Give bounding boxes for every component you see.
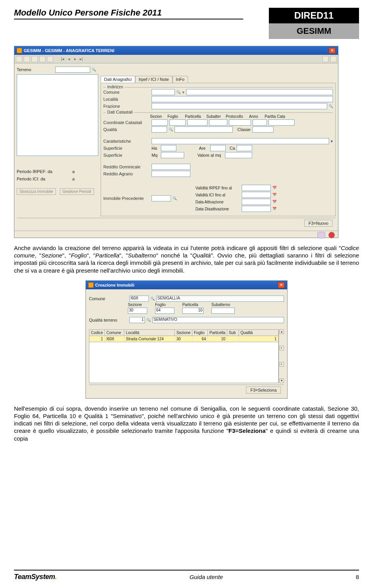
close-icon[interactable]: × <box>278 282 285 288</box>
teamsystem-logo: TeamSystem. <box>14 573 57 581</box>
terreno-code-input[interactable] <box>55 66 90 73</box>
scroll-mid2-icon[interactable]: ▪ <box>279 362 284 367</box>
th-codice: Codice <box>89 330 105 336</box>
scroll-down-icon[interactable]: ▾ <box>279 378 284 383</box>
part-input-2[interactable]: 10 <box>182 308 204 314</box>
f3-seleziona-button[interactable]: F3=Seleziona <box>246 387 281 394</box>
nav-next-icon[interactable]: ▸ <box>73 57 77 61</box>
page-number: 8 <box>356 574 359 580</box>
protocollo-input[interactable] <box>229 119 251 126</box>
nav-prev-icon[interactable]: ◂ <box>66 57 71 61</box>
window-title: GESIMM - GESIMM - ANAGRAFICA TERRENI <box>24 48 114 53</box>
fog-input-2[interactable]: 64 <box>155 308 174 314</box>
mq-input[interactable] <box>161 152 184 158</box>
reddito-dominicale-input[interactable] <box>152 164 190 170</box>
tb-extra-icon[interactable] <box>330 56 336 62</box>
tb-btn-5[interactable] <box>47 56 53 62</box>
status-bar <box>14 231 338 238</box>
reddito-agrario-label: Reddito Agrario <box>103 172 150 176</box>
calendar-icon[interactable]: 📅 <box>272 186 277 190</box>
tab-content: Indirizzo Comune🔍 ▾ Località Frazione🔍 D… <box>101 83 336 216</box>
tb-btn-2[interactable] <box>24 56 30 62</box>
tb-btn-1[interactable] <box>16 56 22 62</box>
binoculars-icon[interactable] <box>317 232 325 238</box>
tb-btn-3[interactable] <box>31 56 38 62</box>
stop-icon[interactable] <box>328 232 335 238</box>
localita-input[interactable] <box>152 96 333 102</box>
lookup-icon[interactable]: 🔍 <box>146 318 151 322</box>
col-foglio: Foglio <box>167 114 185 119</box>
th-particella: Particella <box>208 330 227 336</box>
storicizza-button[interactable]: Storicizza Immobile <box>17 188 56 195</box>
ha-input[interactable] <box>161 145 176 151</box>
nav-last-icon[interactable]: ▸| <box>79 57 84 61</box>
tab-info[interactable]: InFo <box>173 76 188 83</box>
lookup-icon[interactable]: 🔍 <box>176 90 181 94</box>
calendar-icon[interactable]: 📅 <box>272 193 277 197</box>
valore-mq-input[interactable] <box>225 152 252 158</box>
paragraph-1: Anche avviando la creazione del terreno … <box>14 244 359 274</box>
data-disattivazione-label: Data Disattivazione <box>195 207 240 211</box>
lookup-icon[interactable]: 🔍 <box>169 128 173 131</box>
calendar-icon[interactable]: 📅 <box>272 200 277 204</box>
frazione-label: Frazione <box>103 104 150 108</box>
comune-name-input-2[interactable]: SENIGALLIA <box>156 296 284 302</box>
validita-irpef-label: Validità IRPEF fino al <box>195 186 240 190</box>
calendar-icon[interactable]: 📅 <box>272 207 277 211</box>
tab-irpef-ici-note[interactable]: Irpef / ICI / Note <box>135 76 173 83</box>
tb-btn-4[interactable] <box>39 56 45 62</box>
code-box: DIRED11 <box>269 8 359 23</box>
td-codice: 1 <box>89 336 105 342</box>
comune-code-input-2[interactable]: I608 <box>129 296 149 302</box>
col-partita: Partita Cata <box>265 114 292 119</box>
qualita-code-input-2[interactable]: 1 <box>129 317 145 323</box>
scrollbar[interactable]: ▴ ▪ ▪ ▾ <box>279 329 284 383</box>
sez-input-2[interactable]: 30 <box>128 308 147 314</box>
immobile-precedente-label: Immobile Precedente <box>103 196 150 201</box>
validita-ici-input[interactable] <box>242 192 271 198</box>
ca-input[interactable] <box>237 145 252 151</box>
are-input[interactable] <box>210 145 226 151</box>
comune-name-input[interactable] <box>186 89 333 95</box>
reddito-dominicale-label: Reddito Dominicale <box>103 164 150 169</box>
frazione-input[interactable] <box>152 103 327 109</box>
scroll-up-icon[interactable]: ▴ <box>279 329 284 334</box>
scroll-mid-icon[interactable]: ▪ <box>279 346 284 350</box>
qualita-code-input[interactable] <box>152 126 167 133</box>
qualita-terreno-label: Qualità terreno <box>89 318 128 322</box>
nav-first-icon[interactable]: |◂ <box>60 57 65 61</box>
tb-help-icon[interactable] <box>322 56 329 62</box>
lookup-icon[interactable]: 🔍 <box>150 297 155 301</box>
sub-input-2[interactable] <box>211 308 235 314</box>
immobile-precedente-input[interactable] <box>152 195 171 201</box>
lookup-icon[interactable]: 🔍 <box>173 196 177 200</box>
a-label-1: a <box>72 169 75 174</box>
lookup-icon[interactable]: 🔍 <box>329 104 333 108</box>
qualita-name-input[interactable] <box>174 126 233 133</box>
qualita-name-input-2[interactable]: SEMINATIVO <box>152 317 284 323</box>
tab-dati-anagrafici[interactable]: Dati Anagrafici <box>101 76 135 83</box>
data-attivazione-input[interactable] <box>242 199 271 205</box>
foglio-input[interactable] <box>169 119 186 126</box>
sezion-input[interactable] <box>152 119 168 126</box>
coordinate-label: Coordinate Catastali <box>103 120 150 125</box>
partita-input[interactable] <box>268 119 295 126</box>
lookup-icon[interactable]: 🔍 <box>92 68 96 72</box>
table-row[interactable]: 1 I608 Strada Comunale 124 30 64 10 1 <box>89 336 279 342</box>
comune-code-input[interactable] <box>152 89 175 95</box>
close-icon[interactable]: × <box>329 47 336 54</box>
terreni-list[interactable] <box>17 74 98 156</box>
caratteristiche-input[interactable] <box>152 138 329 144</box>
particella-input[interactable] <box>187 119 207 126</box>
reddito-agrario-input[interactable] <box>152 171 190 177</box>
data-disattivazione-input[interactable] <box>242 206 271 212</box>
title-rule <box>14 19 243 19</box>
valore-mq-label: Valore al mq <box>197 153 221 158</box>
f3-nuovo-button[interactable]: F3=Nuovo <box>304 220 333 227</box>
classe-input[interactable] <box>252 126 274 133</box>
subalter-input[interactable] <box>209 119 227 126</box>
page-footer: TeamSystem. Guida utente 8 <box>14 570 359 581</box>
gestione-periodi-button[interactable]: Gestione Periodi <box>60 188 94 195</box>
validita-irpef-input[interactable] <box>242 185 271 191</box>
anno-input[interactable] <box>253 119 267 126</box>
